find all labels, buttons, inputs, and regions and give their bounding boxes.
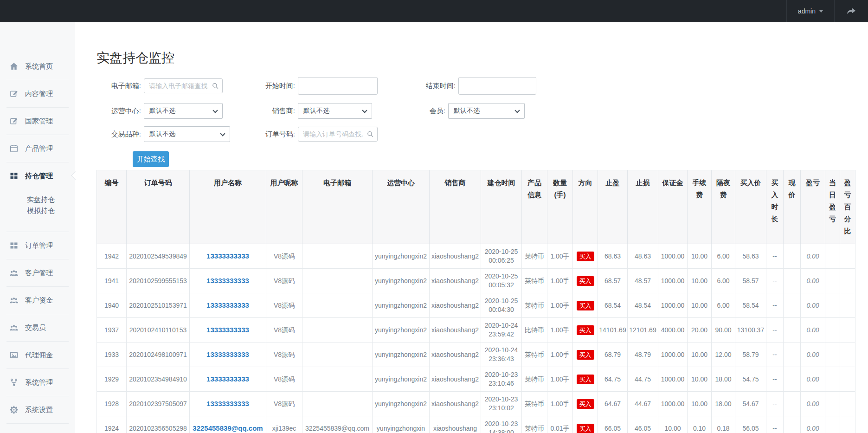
chevron-down-icon <box>514 108 520 113</box>
username-link[interactable]: 13333333333 <box>206 252 249 260</box>
sidebar-subitem[interactable]: 模拟持仓 <box>27 205 69 216</box>
variety-select[interactable]: 默认不选 <box>144 126 230 142</box>
cell-profit: 0.00 <box>801 392 825 416</box>
username-link[interactable]: 13333333333 <box>206 400 249 407</box>
cell-direction: 买入 <box>573 343 598 367</box>
direction-badge: 买入 <box>577 252 594 261</box>
cell-email <box>302 367 373 392</box>
sidebar-submenu: 实盘持仓模拟持仓 <box>6 189 69 232</box>
cell-current_price <box>784 392 801 416</box>
member-select[interactable]: 默认不选 <box>448 103 525 119</box>
cell-buy_price: 54.75 <box>735 367 766 392</box>
sidebar-item[interactable]: 系统首页 <box>6 53 69 80</box>
image-icon <box>9 350 19 360</box>
username-link[interactable]: 13333333333 <box>206 277 249 284</box>
operation-center-select[interactable]: 默认不选 <box>144 103 223 119</box>
cell-buy_duration: -- <box>766 244 784 269</box>
cell-email <box>302 318 373 343</box>
cell-profit_pct <box>840 269 855 293</box>
cell-margin: 10.00 <box>658 416 688 433</box>
cell-fee: 10.00 <box>688 343 712 367</box>
cell-qty: 1.00手 <box>547 392 573 416</box>
sidebar-subitem[interactable]: 实盘持仓 <box>27 194 69 205</box>
sidebar-item-label: 内容管理 <box>25 90 53 98</box>
username-link[interactable]: 3225455839@qq.com <box>193 424 263 432</box>
cell-op_center: yunyingzhongxin2 <box>373 269 430 293</box>
username-link[interactable]: 13333333333 <box>206 326 249 334</box>
sidebar-item[interactable]: 持仓管理 实盘持仓模拟持仓 <box>6 162 69 232</box>
cell-stop_loss: 48.79 <box>628 343 658 367</box>
cell-order_no: 2020102410110153 <box>127 318 190 343</box>
sidebar-item[interactable]: 订单管理 <box>6 232 69 259</box>
header-cell-open_time: 建仓时间 <box>481 170 522 244</box>
email-input[interactable] <box>144 78 223 93</box>
cell-product: 莱特币 <box>522 244 547 269</box>
sidebar-item[interactable]: 系统设置 <box>6 396 69 424</box>
cell-email: 3225455839@qq.com <box>302 416 373 433</box>
cell-buy_duration: -- <box>766 367 784 392</box>
cell-overnight_fee: 6.00 <box>712 293 735 318</box>
cell-margin: 1000.00 <box>658 367 688 392</box>
member-value: 默认不选 <box>454 107 480 115</box>
edit-icon <box>9 89 19 98</box>
sidebar-item[interactable]: 产品管理 <box>6 135 69 162</box>
profit-value: 0.00 <box>806 252 819 260</box>
cell-stop_loss: 48.54 <box>628 293 658 318</box>
sidebar-item[interactable]: 客户管理 <box>6 259 69 287</box>
sidebar-item[interactable]: 代理佣金 <box>6 342 69 369</box>
order-no-input[interactable] <box>298 127 378 142</box>
cell-op_center: yunyingzhongxin2 <box>373 318 430 343</box>
positions-table: 编号订单号码用户名称用户昵称电子邮箱运营中心销售商建仓时间产品 信息数量 (手)… <box>96 170 855 433</box>
cell-qty: 1.00手 <box>547 269 573 293</box>
search-button[interactable]: 开始查找 <box>133 151 169 167</box>
sidebar-item[interactable]: 系统管理 <box>6 369 69 396</box>
cell-fee: 10.00 <box>688 392 712 416</box>
cell-profit: 0.00 <box>801 416 825 433</box>
username-link[interactable]: 13333333333 <box>206 375 249 383</box>
cell-buy_price: 54.67 <box>735 392 766 416</box>
cell-fee: 10.00 <box>688 269 712 293</box>
cell-profit_pct <box>840 244 855 269</box>
sidebar-item-label: 持仓管理 <box>25 172 53 181</box>
direction-badge: 买入 <box>577 424 594 433</box>
cell-overnight_fee: 90.00 <box>712 318 735 343</box>
branch-icon <box>9 378 19 387</box>
seller-select[interactable]: 默认不选 <box>298 103 372 119</box>
end-time-input[interactable] <box>458 77 536 95</box>
cell-direction: 买入 <box>573 244 598 269</box>
cell-email <box>302 244 373 269</box>
username-link[interactable]: 13333333333 <box>206 350 249 358</box>
cell-buy_price: 58.57 <box>735 269 766 293</box>
header-cell-take_profit: 止盈 <box>598 170 628 244</box>
cell-take_profit: 68.63 <box>598 244 628 269</box>
cell-id: 1941 <box>97 269 127 293</box>
users-icon <box>9 296 19 305</box>
seller-value: 默认不选 <box>303 107 329 115</box>
header-cell-id: 编号 <box>97 170 127 244</box>
header-cell-stop_loss: 止损 <box>628 170 658 244</box>
cell-op_center: yunyingzhongxin2 <box>373 244 430 269</box>
cell-id: 1933 <box>97 343 127 367</box>
sidebar-item[interactable]: 国家管理 <box>6 108 69 135</box>
sidebar-item[interactable]: 内容管理 <box>6 80 69 108</box>
direction-badge: 买入 <box>577 325 594 335</box>
start-time-input[interactable] <box>298 77 378 95</box>
header-cell-order_no: 订单号码 <box>127 170 190 244</box>
username-link[interactable]: 13333333333 <box>206 301 249 309</box>
cell-profit: 0.00 <box>801 318 825 343</box>
cell-stop_loss: 48.57 <box>628 269 658 293</box>
cell-overnight_fee: 0.18 <box>712 416 735 433</box>
table-header-row: 编号订单号码用户名称用户昵称电子邮箱运营中心销售商建仓时间产品 信息数量 (手)… <box>97 170 855 244</box>
cell-take_profit: 68.57 <box>598 269 628 293</box>
logout-button[interactable] <box>834 0 868 22</box>
admin-menu[interactable]: admin <box>786 0 834 22</box>
header-cell-buy_duration: 买 入 时 长 <box>766 170 784 244</box>
sidebar-item[interactable]: 交易员 <box>6 314 69 342</box>
cell-buy_duration: -- <box>766 293 784 318</box>
sidebar-item-label: 客户资金 <box>25 296 53 305</box>
profit-value: 0.00 <box>806 277 819 284</box>
sidebar-item[interactable]: 客户资金 <box>6 287 69 314</box>
cell-profit: 0.00 <box>801 244 825 269</box>
cell-seller: xiaoshoushang2 <box>430 293 481 318</box>
direction-badge: 买入 <box>577 399 594 409</box>
